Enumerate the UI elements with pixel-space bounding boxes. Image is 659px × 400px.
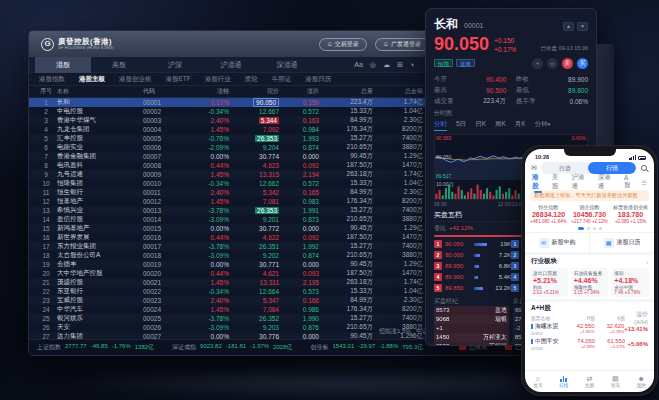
phone-tab-us[interactable]: 美股 xyxy=(552,173,565,191)
subtab-hk-industry[interactable]: 港股行业 xyxy=(205,75,231,84)
sector-card-trade[interactable]: 进出口贸易+5.21% 利丰2.02 +5.21% xyxy=(530,268,568,297)
tab-hk[interactable]: 港股 xyxy=(35,57,91,73)
bid-level-row[interactable]: 3 89.950 6.8K xyxy=(434,261,511,272)
nav-home[interactable]: ⌂首页 xyxy=(525,375,551,388)
message-icon[interactable]: ✉ xyxy=(531,164,537,172)
nav-quotes[interactable]: 行情 xyxy=(551,375,577,388)
stat-item: 最高90.500 xyxy=(434,85,506,96)
sector-card-oil[interactable]: 石油设备服务+4.46% 海隆控股3.15 +7.04% xyxy=(571,268,609,297)
subtab-hk-gem[interactable]: 港股创业板 xyxy=(119,75,152,84)
ah-row-conch[interactable]: 海螺水泥00914 42.550+1.92% 32.620+2.79% +13.… xyxy=(525,321,654,336)
cell-name: 太古股份公司A xyxy=(57,251,143,260)
column-header[interactable]: 涨跌 xyxy=(279,87,319,96)
chart-tab-intraday[interactable]: 分时 xyxy=(434,120,447,131)
gf-logo-icon: G xyxy=(41,38,54,51)
nav-trade[interactable]: ⇄交易 xyxy=(577,375,603,388)
chart-tab-daily[interactable]: 日K xyxy=(475,120,486,130)
phone-tab-ashare[interactable]: A股 xyxy=(624,174,635,190)
hsi-index-card[interactable]: 恒生指数26834.120+481.080 +1.84% xyxy=(528,204,569,224)
cell-pct: -3.78% xyxy=(183,315,229,322)
phone-tab-hk[interactable]: 港股 xyxy=(532,173,545,191)
layout-grid-icon[interactable]: ⊞ xyxy=(397,61,403,69)
cell-change: 1.993 xyxy=(279,135,319,142)
cell-pct: -3.78% xyxy=(183,243,229,250)
bid-level-row[interactable]: 5 89.850 13.2K xyxy=(434,283,511,294)
hscei-index-card[interactable]: 国企指数10456.730+217.740 +2.12% xyxy=(569,204,610,224)
column-header[interactable]: 名称 xyxy=(57,87,143,96)
phone-tab-sh-connect[interactable]: 沪港通 xyxy=(572,173,591,191)
tab-sz-connect[interactable]: 深港通 xyxy=(259,57,315,73)
next-stock-button[interactable]: ▼ xyxy=(577,22,588,31)
cell-amount: 1.74亿 xyxy=(373,98,423,107)
cell-pct: 2.40% xyxy=(183,189,229,196)
cell-seq: 12 xyxy=(35,198,57,205)
more-tabs-icon[interactable]: ☰ xyxy=(642,179,647,186)
cell-code: 00015 xyxy=(143,225,183,232)
ask-rank-badge: 2 xyxy=(511,251,519,259)
bid-rank-badge: 3 xyxy=(434,262,442,270)
index-chinext[interactable]: 创业板1543.01-29.97-1.88%795.3亿 xyxy=(311,343,424,352)
subtab-cbbc[interactable]: 牛熊证 xyxy=(272,75,292,84)
cell-pct: 2.40% xyxy=(183,297,229,304)
trade-login-button[interactable]: ☺交易登录 xyxy=(319,38,367,51)
chart-tab-5day[interactable]: 5日 xyxy=(456,120,466,130)
bid-level-row[interactable]: 1 90.050 19K xyxy=(434,239,511,250)
search-icon[interactable] xyxy=(640,164,648,172)
column-header[interactable]: 总金额 xyxy=(373,87,423,96)
tab-ashare[interactable]: 沪深 xyxy=(147,57,203,73)
cell-seq: 14 xyxy=(35,216,57,223)
market-close-status: 已收盘 09-13 15:06 xyxy=(541,45,588,52)
subtab-hk-index[interactable]: 港股指数 xyxy=(39,75,65,84)
subtab-hk-mainboard[interactable]: 港股主板 xyxy=(79,75,105,84)
sector-card-gaming[interactable]: 博彩+4.18% 金沙中国7.46 +3.79% xyxy=(611,268,649,297)
gem-index-card[interactable]: 标普香港创业板183.780+2.080 +1.15% xyxy=(610,204,651,224)
index-szse[interactable]: 深证成指9023.82-181.81-1.97%2028亿 xyxy=(172,343,292,352)
cell-price: 12.667 xyxy=(229,108,279,115)
cell-volume: 90.45万 xyxy=(319,224,373,233)
ipo-banner[interactable]: 新股频道上线啦，可天天打新港美股优质新股 xyxy=(530,190,649,201)
column-header[interactable]: 序号 xyxy=(35,87,57,96)
help-icon[interactable]: ◎ xyxy=(370,61,376,69)
column-header[interactable]: 代码 xyxy=(143,87,183,96)
chart-tab-monthly[interactable]: 月K xyxy=(515,120,526,130)
ah-row-pingan[interactable]: 中国平安02318 74.050+2.99% 61.550+1.57% +5.0… xyxy=(525,336,654,351)
column-header[interactable]: 现价 xyxy=(229,87,279,96)
ipo-subscribe-button[interactable]: ✉新股申购 xyxy=(525,233,589,252)
theme-icon[interactable]: ◑ xyxy=(410,61,414,68)
nav-news[interactable]: ▤资讯 xyxy=(602,375,628,388)
chart-tab-minute[interactable]: 分钟▾ xyxy=(535,120,551,130)
ah-table-header: 股票名称 H股 A股 溢价(A/H) xyxy=(525,314,654,321)
chevron-right-icon[interactable]: › xyxy=(646,259,648,265)
index-sse[interactable]: 上证指数2777.77-49.85-1.76%1382亿 xyxy=(37,343,154,352)
buy-button[interactable]: 买 xyxy=(577,58,588,69)
cloud-icon[interactable]: ☁ xyxy=(383,61,390,69)
add-watchlist-icon[interactable]: ＋ xyxy=(532,58,543,69)
cell-code: 00005 xyxy=(143,135,183,142)
phone-tab-sz-connect[interactable]: 深港通 xyxy=(598,173,617,191)
cell-price: 26.352 xyxy=(229,315,279,322)
column-header[interactable]: 涨幅 xyxy=(183,87,229,96)
cell-name: 天安 xyxy=(57,323,143,332)
subtab-hk-etf[interactable]: 港股ETF xyxy=(166,75,191,84)
cell-code: 00011 xyxy=(143,189,183,196)
y-label-low: 89.517 xyxy=(436,174,451,179)
bid-level-row[interactable]: 4 89.900 5.4K xyxy=(434,272,511,283)
nav-profile[interactable]: ☻我的 xyxy=(628,375,654,388)
cell-price: 5.342 xyxy=(229,189,279,196)
cell-seq: 7 xyxy=(35,153,57,160)
alert-icon[interactable]: ☆ xyxy=(547,58,558,69)
prev-stock-button[interactable]: ▲ xyxy=(563,22,574,31)
subtab-warrants[interactable]: 窝轮 xyxy=(245,75,258,84)
tab-sh-connect[interactable]: 沪港通 xyxy=(203,57,259,73)
bid-size: 5.4K xyxy=(491,274,511,280)
bid-level-row[interactable]: 2 90.000 7.2K xyxy=(434,250,511,261)
font-size-icon[interactable]: Aa xyxy=(354,61,363,68)
subtab-hk-calendar[interactable]: 港股日历 xyxy=(305,75,331,84)
bid-levels-tab[interactable]: 买盘五档 xyxy=(434,210,511,221)
column-header[interactable]: 总量 xyxy=(319,87,373,96)
tab-us[interactable]: 美股 xyxy=(91,57,147,73)
hk-calendar-button[interactable]: ▦港股日历 xyxy=(589,233,654,252)
gf-pass-login-button[interactable]: ☺广发通登录 xyxy=(375,38,429,51)
sell-button[interactable]: 卖 xyxy=(562,58,573,69)
chart-tab-weekly[interactable]: 周K xyxy=(495,120,506,130)
